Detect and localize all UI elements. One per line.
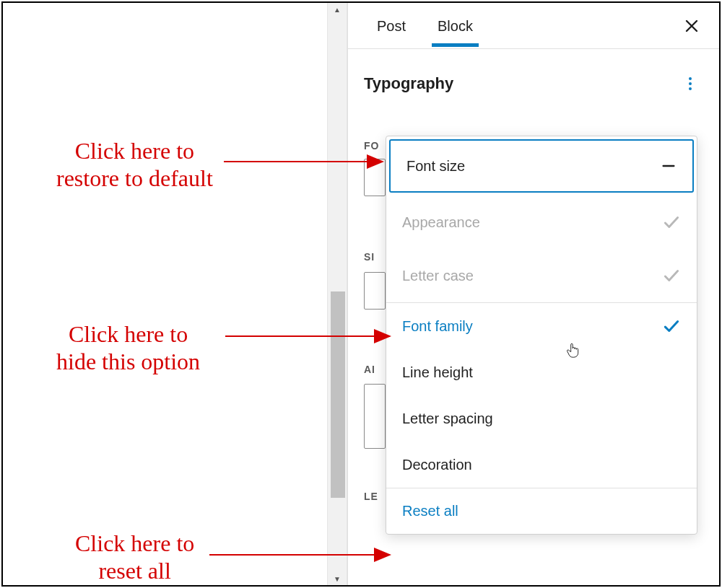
check-icon xyxy=(661,266,681,285)
check-icon xyxy=(661,317,681,335)
menu-item-font-size[interactable]: Font size xyxy=(389,139,694,193)
menu-item-label: Letter case xyxy=(402,268,661,284)
sidebar-tabs: Post Block xyxy=(348,3,719,49)
menu-item-letter-case: Letter case xyxy=(386,249,697,302)
annotation-reset: Click here to reset all xyxy=(75,530,194,585)
label-font: FO xyxy=(364,140,379,152)
svg-point-2 xyxy=(689,87,692,90)
scroll-thumb[interactable] xyxy=(331,291,345,498)
tab-post[interactable]: Post xyxy=(361,5,422,46)
menu-item-label: Letter spacing xyxy=(402,411,681,427)
check-icon xyxy=(661,213,681,232)
menu-item-letter-spacing[interactable]: Letter spacing xyxy=(386,395,697,442)
svg-point-0 xyxy=(689,77,692,80)
typography-options-menu: Font size Appearance Letter case Font fa… xyxy=(386,136,697,535)
menu-reset-all[interactable]: Reset all xyxy=(386,488,697,534)
label-letter: LE xyxy=(364,491,378,502)
scrollbar-track[interactable]: ▲ ▼ xyxy=(327,3,347,585)
tab-block[interactable]: Block xyxy=(422,5,489,46)
annotation-hide: Click here to hide this option xyxy=(56,320,200,376)
more-vertical-icon xyxy=(682,75,699,92)
field-font[interactable] xyxy=(364,159,386,196)
minus-icon xyxy=(656,158,677,174)
editor-canvas xyxy=(3,3,349,585)
scroll-up-arrow[interactable]: ▲ xyxy=(328,3,347,16)
menu-item-decoration[interactable]: Decoration xyxy=(386,442,697,488)
frame: ▲ ▼ Post Block Typography FO SI AI LE xyxy=(1,1,721,587)
menu-item-font-family[interactable]: Font family xyxy=(386,303,697,349)
annotation-restore: Click here to restore to default xyxy=(56,137,213,193)
menu-item-label: Decoration xyxy=(402,457,681,473)
menu-item-label: Font family xyxy=(402,318,661,335)
close-sidebar-button[interactable] xyxy=(677,12,706,40)
label-appear: AI xyxy=(364,364,375,375)
label-size: SI xyxy=(364,251,375,263)
panel-header: Typography xyxy=(348,49,719,110)
field-appear[interactable] xyxy=(364,384,386,449)
panel-options-button[interactable] xyxy=(677,71,703,97)
menu-item-label: Font size xyxy=(406,158,656,175)
menu-item-appearance: Appearance xyxy=(386,196,697,249)
menu-item-label: Appearance xyxy=(402,214,661,231)
close-icon xyxy=(683,17,700,35)
field-size[interactable] xyxy=(364,272,386,310)
svg-point-1 xyxy=(689,82,692,85)
menu-item-label: Line height xyxy=(402,364,681,381)
menu-item-label: Reset all xyxy=(402,503,458,519)
scroll-down-arrow[interactable]: ▼ xyxy=(328,572,347,585)
panel-title: Typography xyxy=(364,74,453,93)
menu-item-line-height[interactable]: Line height xyxy=(386,349,697,395)
